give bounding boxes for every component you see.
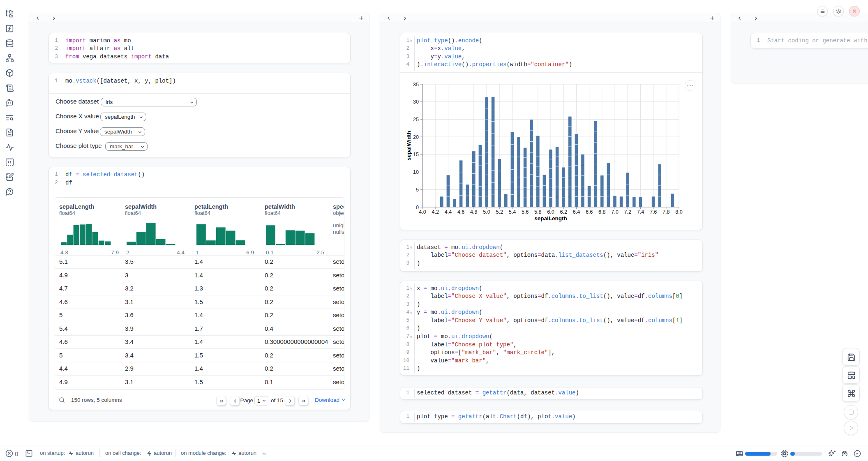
svg-text:20: 20 <box>413 134 419 140</box>
svg-text:4.2: 4.2 <box>432 209 439 215</box>
svg-text:5.6: 5.6 <box>522 209 529 215</box>
svg-text:4.8: 4.8 <box>470 209 477 215</box>
svg-text:7.0: 7.0 <box>611 209 618 215</box>
svg-text:35: 35 <box>413 82 419 88</box>
svg-text:5.0: 5.0 <box>483 209 490 215</box>
svg-text:sepalLength: sepalLength <box>534 215 567 221</box>
svg-text:6.0: 6.0 <box>547 209 554 215</box>
svg-text:5.2: 5.2 <box>496 209 503 215</box>
svg-text:7.6: 7.6 <box>650 209 657 215</box>
svg-text:30: 30 <box>413 99 419 105</box>
svg-text:7.4: 7.4 <box>637 209 644 215</box>
svg-text:7.2: 7.2 <box>624 209 631 215</box>
svg-text:5.4: 5.4 <box>509 209 516 215</box>
svg-text:6.4: 6.4 <box>573 209 580 215</box>
svg-text:6.2: 6.2 <box>560 209 567 215</box>
svg-text:25: 25 <box>413 117 419 122</box>
svg-text:8.0: 8.0 <box>675 209 682 215</box>
svg-text:6.6: 6.6 <box>586 209 593 215</box>
svg-text:5.8: 5.8 <box>534 209 541 215</box>
svg-text:0: 0 <box>416 205 419 210</box>
svg-text:sepalWidth: sepalWidth <box>406 131 412 161</box>
svg-text:10: 10 <box>413 169 419 175</box>
svg-text:4.0: 4.0 <box>419 209 426 215</box>
svg-text:4.6: 4.6 <box>457 209 464 215</box>
svg-text:15: 15 <box>413 152 419 157</box>
svg-text:6.8: 6.8 <box>598 209 605 215</box>
svg-text:7.8: 7.8 <box>663 209 669 215</box>
svg-text:4.4: 4.4 <box>445 209 452 215</box>
svg-text:5: 5 <box>416 187 419 193</box>
